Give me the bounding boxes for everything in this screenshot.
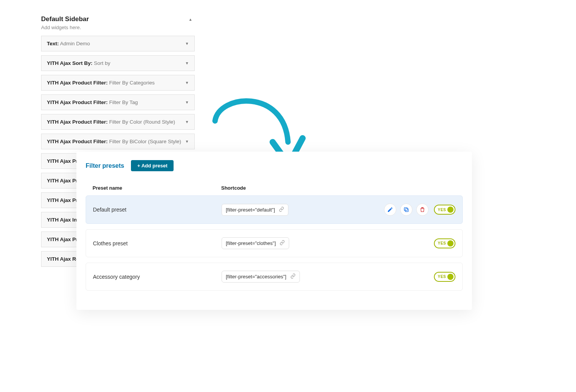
svg-rect-0 <box>405 208 408 212</box>
shortcode-field[interactable]: [filter-preset="accessories"] <box>222 271 300 283</box>
shortcode-text: [filter-preset="clothes"] <box>226 240 276 246</box>
table-header: Preset name Shortcode <box>86 180 463 195</box>
filter-presets-panel: Filter presets + Add preset Preset name … <box>76 152 472 310</box>
sidebar-subtitle: Add widgets here. <box>41 25 195 30</box>
widget-label: YITH Ajax Product Filter: Filter By BiCo… <box>47 139 181 144</box>
preset-row[interactable]: Accessory category[filter-preset="access… <box>86 263 463 291</box>
pencil-icon <box>387 207 393 213</box>
widget-item[interactable]: YITH Ajax Product Filter: Filter By Colo… <box>41 114 195 130</box>
widget-label: Text: Admin Demo <box>47 41 90 46</box>
link-icon[interactable] <box>279 207 284 213</box>
sidebar-title: Default Sidebar <box>41 15 89 23</box>
widget-label: YITH Ajax Product Filter: Filter By Cate… <box>47 80 155 86</box>
row-actions <box>384 203 429 216</box>
edit-button[interactable] <box>384 203 396 216</box>
column-preset-name: Preset name <box>93 185 221 191</box>
shortcode-text: [filter-preset="accessories"] <box>226 274 286 280</box>
widget-item[interactable]: YITH Ajax Product Filter: Filter By Tag▼ <box>41 94 195 110</box>
link-icon[interactable] <box>290 273 296 280</box>
widget-label: YITH Ajax Pr <box>47 178 78 184</box>
toggle-knob <box>447 207 454 213</box>
shortcode-field[interactable]: [filter-preset="default"] <box>222 204 288 216</box>
trash-icon <box>419 207 425 213</box>
chevron-down-icon: ▼ <box>185 139 189 144</box>
chevron-down-icon: ▼ <box>185 61 189 65</box>
widget-label: YITH Ajax Product Filter: Filter By Tag <box>47 99 138 105</box>
toggle-label: YES <box>438 275 446 279</box>
chevron-down-icon: ▼ <box>185 100 189 104</box>
preset-row[interactable]: Default preset[filter-preset="default"]Y… <box>86 195 463 224</box>
svg-rect-1 <box>404 208 407 211</box>
widget-label: YITH Ajax In <box>47 217 77 223</box>
widget-label: YITH Ajax Pr <box>47 158 78 164</box>
chevron-down-icon: ▼ <box>185 120 189 124</box>
toggle-knob <box>447 274 454 280</box>
panel-title: Filter presets <box>86 162 124 169</box>
widget-label: YITH Ajax Re <box>47 256 79 262</box>
widget-item[interactable]: YITH Ajax Sort By: Sort by▼ <box>41 55 195 71</box>
chevron-down-icon: ▼ <box>185 41 189 46</box>
enable-toggle[interactable]: YES <box>434 238 455 248</box>
caret-up-icon: ▲ <box>189 17 192 22</box>
widget-label: YITH Ajax Product Filter: Filter By Colo… <box>47 119 175 125</box>
widget-label: YITH Ajax Sort By: Sort by <box>47 60 110 66</box>
shortcode-field[interactable]: [filter-preset="clothes"] <box>222 237 289 249</box>
copy-icon <box>403 207 409 213</box>
duplicate-button[interactable] <box>400 203 412 216</box>
enable-toggle[interactable]: YES <box>434 205 455 215</box>
sidebar-header[interactable]: Default Sidebar ▲ <box>41 15 195 23</box>
toggle-label: YES <box>438 241 446 245</box>
widget-item[interactable]: YITH Ajax Product Filter: Filter By Cate… <box>41 75 195 91</box>
preset-name: Default preset <box>93 207 222 213</box>
widget-item[interactable]: YITH Ajax Product Filter: Filter By BiCo… <box>41 134 195 149</box>
column-shortcode: Shortcode <box>221 185 456 191</box>
delete-button[interactable] <box>416 203 429 216</box>
widget-label: YITH Ajax Pr <box>47 197 78 203</box>
add-preset-button[interactable]: + Add preset <box>131 160 174 171</box>
preset-name: Clothes preset <box>93 240 222 246</box>
panel-header: Filter presets + Add preset <box>86 160 463 171</box>
widget-item[interactable]: Text: Admin Demo▼ <box>41 36 195 51</box>
preset-row[interactable]: Clothes preset[filter-preset="clothes"]Y… <box>86 229 463 257</box>
chevron-down-icon: ▼ <box>185 81 189 85</box>
shortcode-text: [filter-preset="default"] <box>226 207 275 213</box>
enable-toggle[interactable]: YES <box>434 272 455 282</box>
link-icon[interactable] <box>280 240 285 246</box>
preset-name: Accessory category <box>93 274 222 280</box>
toggle-knob <box>447 240 454 246</box>
widget-label: YITH Ajax Pr <box>47 237 78 242</box>
toggle-label: YES <box>438 208 446 212</box>
